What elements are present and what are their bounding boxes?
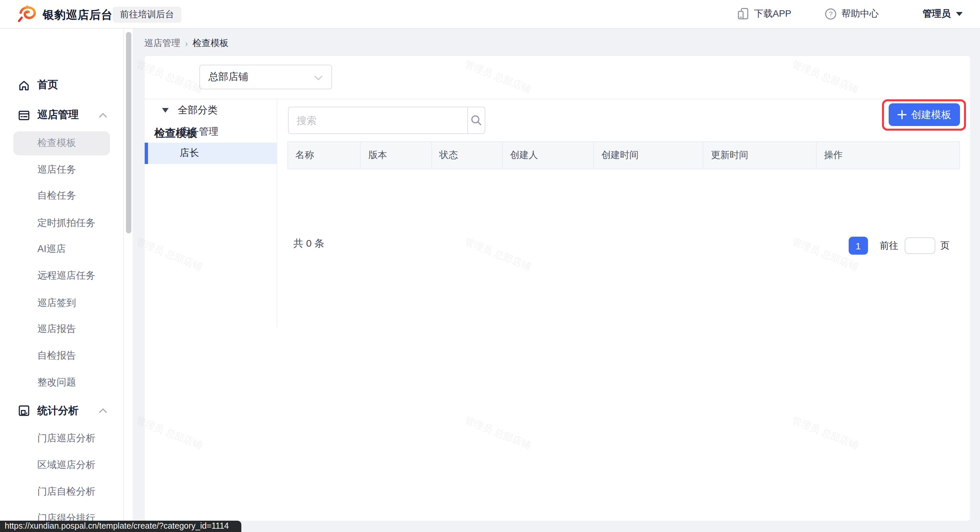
breadcrumb: 巡店管理 › 检查模板 [144, 37, 229, 49]
table-total-text: 共 0 条 [293, 237, 325, 250]
phone-icon [737, 8, 749, 20]
sidebar-item[interactable]: 整改问题 [0, 370, 123, 394]
svg-text:?: ? [829, 10, 833, 18]
sidebar-item[interactable]: 巡店签到 [0, 291, 123, 315]
sidebar-item[interactable]: 巡店任务 [0, 158, 123, 182]
breadcrumb-parent[interactable]: 巡店管理 [144, 37, 180, 49]
sidebar-item-label: AI巡店 [37, 243, 66, 255]
search-button[interactable] [467, 107, 485, 134]
sidebar-item-label: 巡店报告 [37, 323, 76, 335]
sidebar: 首页巡店管理检查模板巡店任务自检任务定时抓拍任务AI巡店远程巡店任务巡店签到巡店… [0, 28, 132, 532]
download-app-label: 下载APP [754, 8, 791, 20]
category-root-label: 全部分类 [178, 104, 218, 116]
category-item-label: 店务管理 [180, 125, 218, 138]
table-header-cell: 名称 [288, 142, 361, 168]
sidebar-item[interactable]: 自检报告 [0, 344, 123, 368]
app-root: 管理员 总部店铺管理员 总部店铺管理员 总部店铺管理员 总部店铺管理员 总部店铺… [0, 0, 980, 532]
sidebar-item[interactable]: 巡店报告 [0, 317, 123, 341]
home-icon [18, 79, 30, 91]
page-unit-label: 页 [940, 240, 950, 252]
search-wrap [288, 107, 485, 134]
sidebar-item[interactable]: 区域巡店分析 [0, 453, 123, 477]
store-dropdown-value: 总部店铺 [208, 70, 248, 83]
store-dropdown[interactable]: 总部店铺 [199, 64, 332, 89]
user-name: 管理员 [923, 8, 951, 20]
table-header-cell: 创建时间 [593, 142, 703, 168]
sidebar-item[interactable]: 巡店管理 [0, 103, 123, 127]
sidebar-item-label: 自检报告 [37, 349, 76, 362]
sidebar-item-label: 巡店管理 [37, 108, 79, 122]
header-right: 下载APP ? 帮助中心 管理员 [737, 0, 963, 28]
pagination: 1 前往 页 [849, 237, 950, 255]
sidebar-item-label: 巡店签到 [37, 296, 76, 309]
category-panel-divider [277, 98, 277, 327]
category-root[interactable]: 全部分类 [144, 100, 218, 120]
table-header-cell: 创建人 [502, 142, 593, 168]
sidebar-scrollbar[interactable] [126, 32, 131, 233]
sidebar-item[interactable]: 统计分析 [0, 399, 123, 423]
table-header-cell: 版本 [361, 142, 432, 168]
sidebar-item-label: 检查模板 [37, 137, 76, 149]
training-backend-button[interactable]: 前往培训后台 [113, 6, 181, 22]
sidebar-item[interactable]: 定时抓拍任务 [0, 211, 123, 235]
sidebar-item-label: 门店自检分析 [37, 485, 95, 498]
sidebar-item-label: 定时抓拍任务 [37, 216, 95, 229]
create-template-label: 创建模板 [912, 108, 951, 121]
sidebar-item[interactable]: 检查模板 [13, 131, 110, 155]
sidebar-item[interactable]: 门店巡店分析 [0, 426, 123, 450]
table-header-cell: 操作 [816, 142, 959, 168]
category-item[interactable]: 店务管理 [144, 121, 277, 142]
caret-down-icon [956, 12, 963, 16]
status-url-text: https://xundian.pospal.cn/template/creat… [5, 522, 229, 531]
question-circle-icon: ? [825, 8, 837, 20]
category-item[interactable]: 店长 [144, 143, 277, 164]
chevron-up-icon [99, 408, 107, 413]
plus-icon [897, 110, 907, 119]
sidebar-item[interactable]: 门店自检分析 [0, 479, 123, 503]
search-input[interactable] [288, 107, 467, 134]
sidebar-item-label: 门店巡店分析 [37, 432, 95, 445]
sidebar-item-label: 巡店任务 [37, 163, 76, 176]
download-app-button[interactable]: 下载APP [737, 8, 791, 20]
sidebar-item-label: 自检任务 [37, 190, 76, 202]
triangle-down-icon [162, 108, 168, 112]
sidebar-item[interactable]: 首页 [0, 73, 123, 97]
app-header: 银豹巡店后台 前往培训后台 下载APP ? [0, 0, 980, 28]
main-card: 检查模板 总部店铺 全部分类 店务管理店长 [144, 56, 970, 521]
help-center-label: 帮助中心 [842, 8, 879, 20]
chevron-up-icon [99, 112, 107, 118]
window-icon [18, 109, 30, 121]
search-icon [471, 115, 482, 126]
sidebar-item-label: 统计分析 [37, 404, 79, 418]
status-url-bar: https://xundian.pospal.cn/template/creat… [0, 520, 241, 532]
table-header-cell: 更新时间 [703, 142, 816, 168]
breadcrumb-separator-icon: › [185, 38, 188, 48]
sidebar-item-label: 整改问题 [37, 376, 76, 388]
sidebar-divider [123, 28, 124, 532]
card-divider [144, 98, 970, 99]
goto-label: 前往 [880, 240, 898, 252]
leopard-logo-icon [17, 4, 38, 23]
chevron-down-icon [314, 75, 323, 80]
help-center-button[interactable]: ? 帮助中心 [825, 8, 879, 20]
sidebar-item[interactable]: 自检任务 [0, 184, 123, 208]
page-1-button[interactable]: 1 [849, 237, 868, 255]
chart-icon [18, 405, 30, 417]
breadcrumb-current: 检查模板 [192, 37, 229, 49]
sidebar-item[interactable]: 远程巡店任务 [0, 264, 123, 288]
user-menu[interactable]: 管理员 [923, 8, 963, 20]
table-header-row: 名称版本状态创建人创建时间更新时间操作 [287, 141, 960, 169]
table-header-cell: 状态 [432, 142, 502, 168]
app-title: 银豹巡店后台 [43, 7, 113, 23]
sidebar-item-label: 远程巡店任务 [37, 269, 95, 282]
sidebar-item-label: 首页 [37, 78, 58, 92]
sidebar-item-label: 区域巡店分析 [37, 459, 95, 471]
create-template-button[interactable]: 创建模板 [888, 104, 960, 126]
page-jump-input[interactable] [904, 237, 935, 254]
sidebar-item[interactable]: AI巡店 [0, 237, 123, 261]
category-item-label: 店长 [180, 147, 199, 160]
